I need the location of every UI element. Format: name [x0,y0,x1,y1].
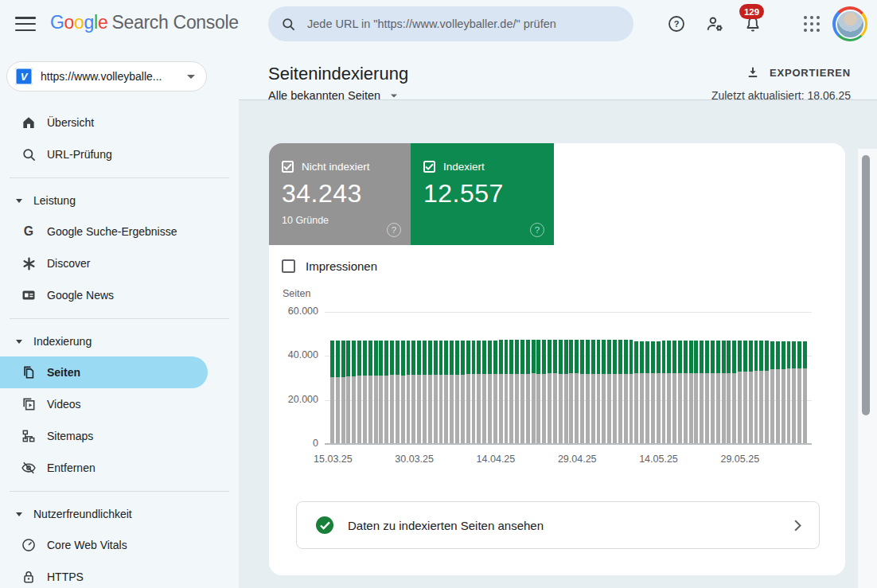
section-indexierung[interactable]: Indexierung [0,326,239,356]
chart-bar[interactable] [466,341,470,444]
chart-bar[interactable] [792,341,796,444]
chart-bar[interactable] [330,341,334,444]
impressions-checkbox[interactable]: Impressionen [282,259,377,273]
chart-bar[interactable] [423,341,427,444]
chart-bar[interactable] [629,340,633,444]
chart-bar[interactable] [782,341,785,444]
chart-bar[interactable] [667,341,671,444]
chart-bar[interactable] [624,340,628,444]
chart-bar[interactable] [770,341,774,444]
chart-bar[interactable] [738,341,742,444]
sidebar-item-sitemaps[interactable]: Sitemaps [0,420,208,452]
chart-bar[interactable] [363,341,367,444]
chart-bar[interactable] [548,340,552,444]
chart-bar[interactable] [411,341,415,444]
chart-bar[interactable] [520,340,524,444]
chart-bar[interactable] [390,341,394,444]
chart-bar[interactable] [559,340,563,444]
chart-bar[interactable] [591,340,595,444]
chart-bar[interactable] [689,341,693,444]
checkbox-checked-icon[interactable] [423,161,435,173]
help-icon[interactable]: ? [530,223,544,237]
chart-bar[interactable] [787,341,791,444]
chart-bar[interactable] [407,341,411,444]
chart-bar[interactable] [803,341,807,444]
sidebar-item-core-web-vitals[interactable]: Core Web Vitals [0,529,208,561]
chart-bar[interactable] [374,341,378,444]
sidebar-item-videos[interactable]: Videos [0,388,208,420]
chart-bar[interactable] [532,340,536,444]
chart-bar[interactable] [368,341,372,444]
chart-bar[interactable] [352,341,356,444]
chart-bar[interactable] [505,340,509,444]
card-not-indexed[interactable]: Nicht indexiert 34.243 10 Gründe ? [269,143,411,245]
sidebar-item-https[interactable]: HTTPS [0,561,208,588]
chart-bar[interactable] [455,341,459,444]
sidebar-item-discover[interactable]: Discover [0,247,208,279]
chart-bar[interactable] [379,341,383,444]
chart-bar[interactable] [672,341,676,444]
chart-bar[interactable] [662,341,666,444]
chart-bar[interactable] [536,340,540,444]
chart-bar[interactable] [754,341,758,444]
notifications-button[interactable]: 129 [742,13,764,35]
export-button[interactable]: EXPORTIEREN [746,65,851,80]
chart-bar[interactable] [618,340,622,444]
page-filter-dropdown[interactable]: Alle bekannten Seiten [268,89,398,99]
chart-bar[interactable] [569,340,573,444]
chart-bar[interactable] [765,341,769,444]
section-nutzerfreundlichkeit[interactable]: Nutzerfreundlichkeit [0,499,239,529]
chart-bar[interactable] [684,341,688,444]
chart-bar[interactable] [716,341,720,444]
chart-bar[interactable] [678,341,682,444]
chart-bar[interactable] [564,340,568,444]
chart-bar[interactable] [444,341,448,444]
sidebar-item-google-news[interactable]: Google News [0,279,208,311]
chart-bar[interactable] [645,341,649,444]
chart-bar[interactable] [634,341,638,444]
chart-bar[interactable] [759,341,763,444]
checkbox-checked-icon[interactable] [282,161,294,173]
sidebar-item-uebersicht[interactable]: Übersicht [0,107,208,138]
chart-bar[interactable] [586,340,590,444]
chart-bar[interactable] [488,341,492,444]
chart-bar[interactable] [694,341,698,444]
chart-bar[interactable] [722,341,726,444]
chart-bar[interactable] [602,340,606,444]
search-input[interactable]: Jede URL in "https://www.volleyballer.de… [268,6,633,41]
chart-bar[interactable] [797,341,801,444]
chart-bar[interactable] [472,341,476,444]
sidebar-item-google-suche[interactable]: G Google Suche-Ergebnisse [0,216,208,247]
chart-bar[interactable] [499,340,503,444]
chart-bar[interactable] [526,340,530,444]
chart-bar[interactable] [640,341,644,444]
app-logo[interactable]: GoogleSearch Console [50,12,239,33]
chart-bar[interactable] [357,341,361,444]
sidebar-item-entfernen[interactable]: Entfernen [0,452,208,484]
chart-bar[interactable] [384,341,388,444]
chart-bar[interactable] [743,341,747,444]
apps-button[interactable] [801,13,823,35]
checkbox-unchecked-icon[interactable] [282,259,295,273]
property-selector[interactable]: V https://www.volleyballe... [6,61,207,92]
card-indexed[interactable]: Indexiert 12.557 ? [411,143,554,245]
chart-bar[interactable] [396,341,400,444]
chart-bar[interactable] [482,341,486,444]
chart-bar[interactable] [776,341,780,444]
section-leistung[interactable]: Leistung [0,185,239,216]
chart-bar[interactable] [700,341,704,444]
view-indexed-data-row[interactable]: Daten zu indexierten Seiten ansehen [296,501,820,549]
chart-bar[interactable] [450,341,454,444]
chart-bar[interactable] [542,340,546,444]
scrollbar-track[interactable] [858,149,877,588]
help-button[interactable]: ? [665,13,688,35]
chart-bar[interactable] [711,341,715,444]
menu-icon[interactable] [15,16,36,32]
chart-bar[interactable] [439,341,443,444]
chart-bar[interactable] [434,341,438,444]
chart-bar[interactable] [597,340,601,444]
sidebar-item-url-pruefung[interactable]: URL-Prüfung [0,138,208,170]
chart-bar[interactable] [613,340,617,444]
chart-bar[interactable] [749,341,753,444]
chart-bar[interactable] [341,341,345,444]
